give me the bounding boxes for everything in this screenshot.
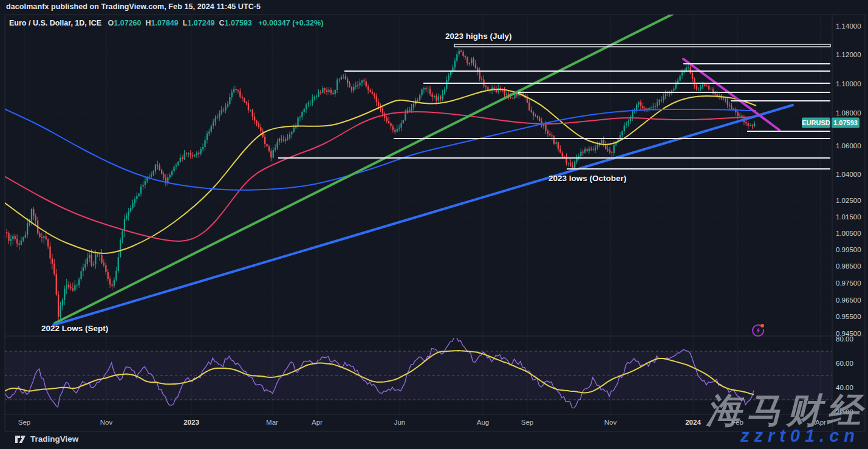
annotation-2022-lows[interactable]: 2022 Lows (Sept) bbox=[41, 324, 108, 333]
rsi-axis-label: 60.00 bbox=[836, 360, 853, 367]
level-zone-2023-highs[interactable] bbox=[454, 44, 830, 47]
price-tag-value: 1.07593 bbox=[833, 119, 858, 126]
price-tag-symbol: EURUSD bbox=[802, 119, 830, 126]
price-axis-label: 0.96500 bbox=[836, 296, 861, 304]
lightning-circle-icon bbox=[750, 322, 766, 338]
price-axis-label: 0.95500 bbox=[836, 313, 861, 320]
price-axis-label: 1.02500 bbox=[836, 197, 861, 204]
ohlc-values: O1.07260H1.07849L1.07249C1.07593 bbox=[104, 19, 252, 27]
time-axis[interactable]: SepNov2023MarAprJunAugSepNov2024FebApr bbox=[18, 419, 826, 426]
annotation-2023-lows[interactable]: 2023 lows (October) bbox=[548, 174, 626, 183]
price-axis-label: 1.00500 bbox=[836, 230, 861, 237]
time-axis-label: Aug bbox=[477, 419, 489, 426]
tradingview-mark-icon bbox=[15, 433, 26, 445]
time-axis-label: 2024 bbox=[685, 419, 701, 426]
change-value: +0.00347 (+0.32%) bbox=[258, 19, 323, 27]
attribution-text: dacolmanfx published on TradingView.com,… bbox=[6, 2, 261, 11]
symbol-description: Euro / U.S. Dollar, 1D, ICE bbox=[9, 19, 101, 27]
watermark-url: zzrt01.cn bbox=[740, 426, 859, 446]
time-axis-label: 2023 bbox=[183, 419, 199, 426]
time-axis-label: Mar bbox=[266, 419, 278, 426]
symbol-info-row[interactable]: Euro / U.S. Dollar, 1D, ICE O1.07260H1.0… bbox=[9, 19, 323, 27]
time-axis-label: Sep bbox=[18, 419, 30, 426]
ohlc-label-c: C bbox=[219, 19, 225, 27]
price-axis-label: 0.99500 bbox=[836, 246, 861, 253]
time-axis-label: Jun bbox=[394, 419, 406, 426]
flash-reaction-button[interactable] bbox=[750, 322, 766, 338]
price-axis[interactable]: 1.140001.120001.100001.080001.060001.040… bbox=[836, 22, 861, 416]
tradingview-logo[interactable]: TradingView bbox=[15, 433, 78, 445]
price-axis-label: 1.01500 bbox=[836, 213, 861, 221]
ma-mid-red bbox=[0, 112, 756, 241]
ohlc-value-h: 1.07849 bbox=[151, 19, 179, 27]
price-axis-label: 1.06000 bbox=[836, 142, 861, 149]
price-chart-canvas[interactable]: 1.140001.120001.100001.080001.060001.040… bbox=[0, 0, 868, 449]
tradingview-logo-text: TradingView bbox=[30, 434, 78, 444]
ohlc-value-c: 1.07593 bbox=[225, 19, 252, 27]
ohlc-value-o: 1.07260 bbox=[114, 19, 141, 27]
time-axis-label: Nov bbox=[604, 419, 617, 426]
time-axis-label: Apr bbox=[312, 419, 323, 426]
current-price-tag: EURUSD1.07593 bbox=[802, 118, 859, 128]
price-axis-label: 1.08000 bbox=[836, 109, 861, 117]
price-axis-label: 1.10000 bbox=[836, 80, 861, 87]
time-axis-label: Nov bbox=[100, 419, 113, 426]
rsi-axis-label: 80.00 bbox=[836, 335, 853, 343]
price-axis-label: 1.12000 bbox=[836, 51, 861, 58]
annotation-2023-highs[interactable]: 2023 highs (July) bbox=[445, 32, 512, 41]
chart-stage: 1.140001.120001.100001.080001.060001.040… bbox=[0, 0, 868, 449]
candlestick-series bbox=[6, 48, 755, 323]
price-axis-label: 1.14000 bbox=[836, 22, 861, 30]
ohlc-label-o: O bbox=[108, 19, 114, 27]
price-axis-label: 0.98500 bbox=[836, 262, 861, 270]
price-axis-label: 1.04000 bbox=[836, 171, 861, 178]
ohlc-label-h: H bbox=[146, 19, 151, 27]
time-axis-label: Sep bbox=[521, 419, 533, 426]
price-axis-label: 0.97500 bbox=[836, 279, 861, 287]
ohlc-value-l: 1.07249 bbox=[187, 19, 214, 27]
